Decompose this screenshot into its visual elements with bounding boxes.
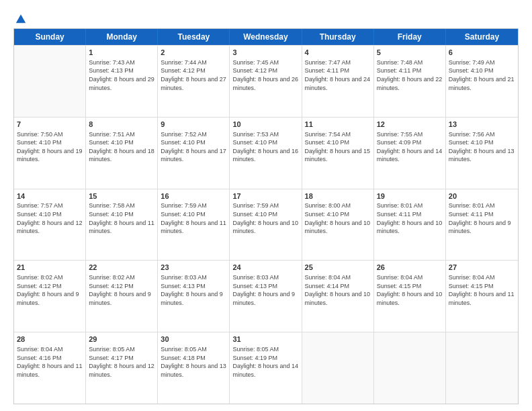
cell-info: Sunrise: 8:04 AMSunset: 4:15 PMDaylight:… (449, 273, 515, 307)
day-number: 2 (161, 48, 226, 58)
cell-info: Sunrise: 7:59 AMSunset: 4:10 PMDaylight:… (161, 201, 226, 235)
cell-info: Sunrise: 7:51 AMSunset: 4:10 PMDaylight:… (89, 130, 154, 164)
calendar-row-1: 7Sunrise: 7:50 AMSunset: 4:10 PMDaylight… (14, 117, 518, 189)
day-number: 4 (305, 48, 371, 58)
weekday-header-saturday: Saturday (446, 29, 518, 45)
calendar-cell-0-2: 2Sunrise: 7:44 AMSunset: 4:12 PMDaylight… (158, 46, 230, 117)
calendar-row-3: 21Sunrise: 8:02 AMSunset: 4:12 PMDayligh… (14, 260, 518, 332)
calendar-cell-3-5: 26Sunrise: 8:04 AMSunset: 4:15 PMDayligh… (374, 261, 446, 332)
cell-info: Sunrise: 8:04 AMSunset: 4:16 PMDaylight:… (17, 345, 83, 379)
calendar-cell-3-1: 22Sunrise: 8:02 AMSunset: 4:12 PMDayligh… (86, 261, 158, 332)
day-number: 10 (232, 120, 298, 130)
day-number: 7 (17, 120, 83, 130)
calendar-cell-3-3: 24Sunrise: 8:03 AMSunset: 4:13 PMDayligh… (230, 261, 302, 332)
calendar-row-4: 28Sunrise: 8:04 AMSunset: 4:16 PMDayligh… (14, 332, 518, 404)
day-number: 13 (449, 120, 515, 130)
day-number: 12 (377, 120, 443, 130)
cell-info: Sunrise: 8:02 AMSunset: 4:12 PMDaylight:… (89, 273, 154, 307)
cell-info: Sunrise: 7:49 AMSunset: 4:10 PMDaylight:… (449, 58, 515, 92)
day-number: 26 (377, 263, 443, 273)
cell-info: Sunrise: 7:47 AMSunset: 4:11 PMDaylight:… (305, 58, 371, 92)
cell-info: Sunrise: 7:48 AMSunset: 4:11 PMDaylight:… (377, 58, 443, 92)
calendar-cell-0-1: 1Sunrise: 7:43 AMSunset: 4:13 PMDaylight… (86, 46, 158, 117)
calendar-cell-1-1: 8Sunrise: 7:51 AMSunset: 4:10 PMDaylight… (86, 118, 158, 189)
day-number: 6 (449, 48, 515, 58)
cell-info: Sunrise: 8:00 AMSunset: 4:10 PMDaylight:… (305, 201, 371, 235)
cell-info: Sunrise: 7:44 AMSunset: 4:12 PMDaylight:… (161, 58, 226, 92)
calendar-cell-1-5: 12Sunrise: 7:55 AMSunset: 4:09 PMDayligh… (374, 118, 446, 189)
calendar-cell-4-4 (302, 332, 374, 404)
calendar-cell-2-1: 15Sunrise: 7:58 AMSunset: 4:10 PMDayligh… (86, 189, 158, 261)
day-number: 23 (161, 263, 226, 273)
day-number: 31 (232, 334, 298, 345)
day-number: 24 (232, 263, 298, 273)
calendar-cell-2-5: 19Sunrise: 8:01 AMSunset: 4:11 PMDayligh… (374, 189, 446, 261)
calendar-cell-4-1: 29Sunrise: 8:05 AMSunset: 4:17 PMDayligh… (86, 332, 158, 404)
cell-info: Sunrise: 8:04 AMSunset: 4:14 PMDaylight:… (305, 273, 371, 307)
calendar-cell-1-4: 11Sunrise: 7:54 AMSunset: 4:10 PMDayligh… (302, 118, 374, 189)
calendar-cell-2-0: 14Sunrise: 7:57 AMSunset: 4:10 PMDayligh… (14, 189, 86, 261)
calendar-cell-0-4: 4Sunrise: 7:47 AMSunset: 4:11 PMDaylight… (302, 46, 374, 117)
day-number: 29 (89, 334, 154, 345)
calendar-cell-4-0: 28Sunrise: 8:04 AMSunset: 4:16 PMDayligh… (14, 332, 86, 404)
header (13, 12, 519, 24)
calendar-cell-1-0: 7Sunrise: 7:50 AMSunset: 4:10 PMDaylight… (14, 118, 86, 189)
day-number: 28 (17, 334, 83, 345)
calendar: SundayMondayTuesdayWednesdayThursdayFrid… (13, 28, 519, 404)
calendar-cell-0-5: 5Sunrise: 7:48 AMSunset: 4:11 PMDaylight… (374, 46, 446, 117)
cell-info: Sunrise: 7:45 AMSunset: 4:12 PMDaylight:… (232, 58, 298, 92)
calendar-header: SundayMondayTuesdayWednesdayThursdayFrid… (14, 29, 518, 45)
calendar-cell-2-6: 20Sunrise: 8:01 AMSunset: 4:11 PMDayligh… (446, 189, 518, 261)
cell-info: Sunrise: 8:05 AMSunset: 4:18 PMDaylight:… (161, 345, 226, 379)
day-number: 21 (17, 263, 83, 273)
day-number: 20 (449, 191, 515, 201)
calendar-cell-1-3: 10Sunrise: 7:53 AMSunset: 4:10 PMDayligh… (230, 118, 302, 189)
cell-info: Sunrise: 8:03 AMSunset: 4:13 PMDaylight:… (232, 273, 298, 307)
calendar-cell-1-6: 13Sunrise: 7:56 AMSunset: 4:10 PMDayligh… (446, 118, 518, 189)
cell-info: Sunrise: 7:52 AMSunset: 4:10 PMDaylight:… (161, 130, 226, 164)
day-number: 14 (17, 191, 83, 201)
calendar-cell-2-3: 17Sunrise: 7:59 AMSunset: 4:10 PMDayligh… (230, 189, 302, 261)
calendar-cell-3-6: 27Sunrise: 8:04 AMSunset: 4:15 PMDayligh… (446, 261, 518, 332)
cell-info: Sunrise: 8:05 AMSunset: 4:17 PMDaylight:… (89, 345, 154, 379)
logo-icon (15, 12, 27, 24)
day-number: 18 (305, 191, 371, 201)
day-number: 30 (161, 334, 226, 345)
weekday-header-sunday: Sunday (14, 29, 86, 45)
calendar-cell-0-0 (14, 46, 86, 117)
day-number: 9 (161, 120, 226, 130)
cell-info: Sunrise: 8:05 AMSunset: 4:19 PMDaylight:… (232, 345, 298, 379)
day-number: 25 (305, 263, 371, 273)
day-number: 27 (449, 263, 515, 273)
calendar-cell-0-6: 6Sunrise: 7:49 AMSunset: 4:10 PMDaylight… (446, 46, 518, 117)
calendar-cell-4-3: 31Sunrise: 8:05 AMSunset: 4:19 PMDayligh… (230, 332, 302, 404)
day-number: 17 (232, 191, 298, 201)
cell-info: Sunrise: 7:55 AMSunset: 4:09 PMDaylight:… (377, 130, 443, 164)
day-number: 11 (305, 120, 371, 130)
cell-info: Sunrise: 8:03 AMSunset: 4:13 PMDaylight:… (161, 273, 226, 307)
calendar-row-2: 14Sunrise: 7:57 AMSunset: 4:10 PMDayligh… (14, 189, 518, 261)
svg-marker-0 (16, 15, 26, 24)
calendar-body: 1Sunrise: 7:43 AMSunset: 4:13 PMDaylight… (14, 45, 518, 404)
calendar-cell-1-2: 9Sunrise: 7:52 AMSunset: 4:10 PMDaylight… (158, 118, 230, 189)
calendar-cell-0-3: 3Sunrise: 7:45 AMSunset: 4:12 PMDaylight… (230, 46, 302, 117)
weekday-header-wednesday: Wednesday (230, 29, 302, 45)
calendar-cell-3-0: 21Sunrise: 8:02 AMSunset: 4:12 PMDayligh… (14, 261, 86, 332)
calendar-cell-2-4: 18Sunrise: 8:00 AMSunset: 4:10 PMDayligh… (302, 189, 374, 261)
cell-info: Sunrise: 7:53 AMSunset: 4:10 PMDaylight:… (232, 130, 298, 164)
weekday-header-thursday: Thursday (302, 29, 374, 45)
day-number: 3 (232, 48, 298, 58)
page: SundayMondayTuesdayWednesdayThursdayFrid… (0, 0, 532, 411)
day-number: 8 (89, 120, 154, 130)
day-number: 5 (377, 48, 443, 58)
cell-info: Sunrise: 7:50 AMSunset: 4:10 PMDaylight:… (17, 130, 83, 164)
weekday-header-friday: Friday (374, 29, 446, 45)
calendar-cell-3-4: 25Sunrise: 8:04 AMSunset: 4:14 PMDayligh… (302, 261, 374, 332)
cell-info: Sunrise: 7:56 AMSunset: 4:10 PMDaylight:… (449, 130, 515, 164)
cell-info: Sunrise: 7:57 AMSunset: 4:10 PMDaylight:… (17, 201, 83, 235)
calendar-row-0: 1Sunrise: 7:43 AMSunset: 4:13 PMDaylight… (14, 45, 518, 117)
calendar-cell-3-2: 23Sunrise: 8:03 AMSunset: 4:13 PMDayligh… (158, 261, 230, 332)
logo (13, 12, 27, 24)
day-number: 16 (161, 191, 226, 201)
cell-info: Sunrise: 7:58 AMSunset: 4:10 PMDaylight:… (89, 201, 154, 235)
